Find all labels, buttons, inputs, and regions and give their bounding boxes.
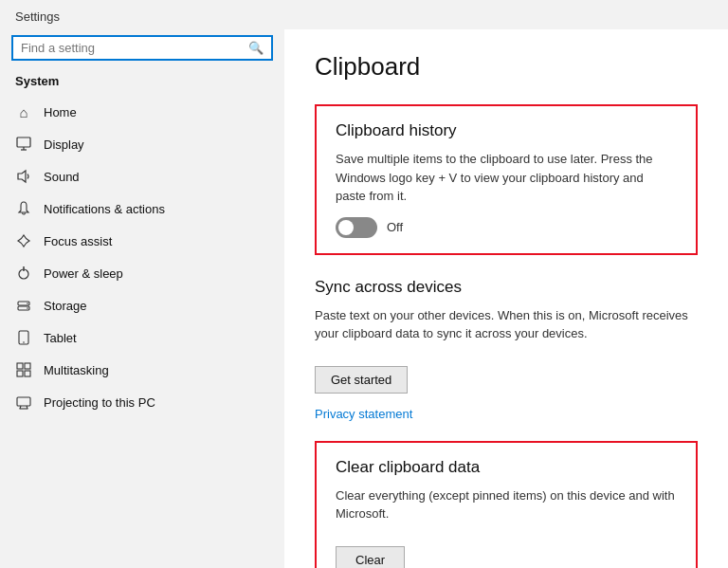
sidebar-item-multitasking[interactable]: Multitasking (0, 354, 284, 386)
sidebar-item-home-label: Home (44, 105, 77, 119)
sidebar-item-power-sleep[interactable]: Power & sleep (0, 257, 284, 289)
svg-point-9 (27, 307, 28, 309)
sidebar-item-power-sleep-label: Power & sleep (44, 266, 123, 281)
sidebar-item-notifications-label: Notifications & actions (44, 202, 165, 216)
notifications-icon (15, 200, 32, 217)
power-icon (15, 265, 32, 282)
sound-icon (15, 168, 32, 185)
toggle-label: Off (387, 220, 403, 234)
sidebar-item-projecting-label: Projecting to this PC (44, 395, 155, 410)
sidebar-item-sound[interactable]: Sound (0, 160, 284, 192)
projecting-icon (15, 394, 32, 411)
clear-clipboard-desc: Clear everything (except pinned items) o… (336, 486, 677, 523)
sidebar-item-tablet[interactable]: Tablet (0, 321, 284, 354)
sidebar-item-multitasking-label: Multitasking (44, 363, 109, 377)
clear-button[interactable]: Clear (336, 546, 405, 569)
sidebar-item-display[interactable]: Display (0, 128, 284, 160)
tablet-icon (15, 329, 32, 346)
svg-rect-12 (17, 363, 23, 369)
svg-marker-3 (18, 171, 26, 182)
title-bar: Settings (0, 0, 728, 29)
get-started-button[interactable]: Get started (315, 366, 408, 394)
sidebar-item-storage-label: Storage (44, 299, 87, 313)
sync-section-title: Sync across devices (315, 278, 698, 297)
clear-clipboard-section: Clear clipboard data Clear everything (e… (315, 441, 698, 569)
svg-point-11 (23, 341, 25, 343)
svg-rect-0 (17, 137, 30, 147)
storage-icon (15, 297, 32, 314)
svg-rect-13 (25, 363, 30, 369)
clipboard-history-toggle[interactable] (336, 217, 377, 238)
clipboard-history-section: Clipboard history Save multiple items to… (315, 104, 698, 255)
clipboard-history-desc: Save multiple items to the clipboard to … (336, 150, 677, 206)
svg-rect-15 (25, 371, 30, 376)
search-box[interactable]: 🔍 (11, 35, 273, 61)
sidebar-item-display-label: Display (44, 137, 84, 152)
focus-assist-icon (15, 232, 32, 249)
multitasking-icon (15, 361, 32, 378)
svg-rect-14 (17, 371, 23, 376)
sync-section-desc: Paste text on your other devices. When t… (315, 306, 698, 343)
content-area: Clipboard Clipboard history Save multipl… (284, 29, 728, 568)
sidebar-item-notifications[interactable]: Notifications & actions (0, 192, 284, 225)
clipboard-history-title: Clipboard history (336, 121, 677, 140)
svg-point-8 (27, 302, 28, 304)
sync-section: Sync across devices Paste text on your o… (315, 278, 698, 422)
sidebar: 🔍 System ⌂ Home Display Sound Noti (0, 29, 284, 568)
toggle-knob (338, 220, 354, 235)
sidebar-item-projecting[interactable]: Projecting to this PC (0, 386, 284, 418)
sidebar-item-storage[interactable]: Storage (0, 289, 284, 321)
sidebar-item-tablet-label: Tablet (44, 331, 77, 345)
display-icon (15, 136, 32, 153)
svg-rect-16 (17, 397, 30, 406)
sidebar-item-home[interactable]: ⌂ Home (0, 96, 284, 128)
sidebar-item-focus-assist-label: Focus assist (44, 234, 112, 248)
sidebar-item-focus-assist[interactable]: Focus assist (0, 225, 284, 257)
clear-clipboard-title: Clear clipboard data (336, 458, 677, 477)
search-icon: 🔍 (248, 41, 264, 55)
page-title: Clipboard (315, 52, 698, 82)
search-input[interactable] (21, 41, 248, 55)
sidebar-item-sound-label: Sound (44, 170, 80, 184)
toggle-row: Off (336, 217, 677, 238)
app-title: Settings (15, 9, 60, 24)
home-icon: ⌂ (15, 103, 32, 120)
privacy-statement-link[interactable]: Privacy statement (315, 407, 412, 421)
sidebar-section-label: System (0, 70, 284, 96)
main-layout: 🔍 System ⌂ Home Display Sound Noti (0, 29, 728, 568)
